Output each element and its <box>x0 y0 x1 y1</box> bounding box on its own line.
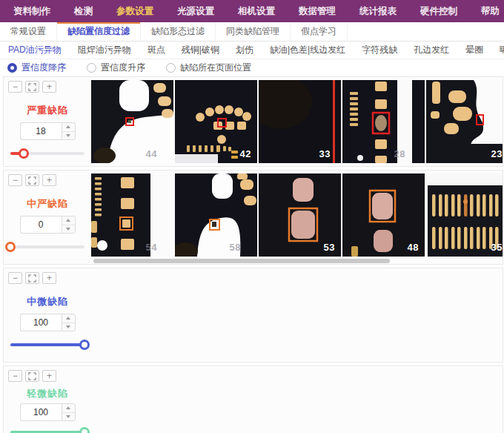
menu-item-data[interactable]: 数据管理 <box>287 5 348 18</box>
slider-handle[interactable] <box>79 340 90 350</box>
defect-thumbnail[interactable]: 33 <box>259 80 341 163</box>
stepper-up-icon[interactable] <box>62 123 75 131</box>
zoom-in-button[interactable]: + <box>42 174 56 186</box>
defect-thumbnail[interactable]: 53 <box>259 173 341 257</box>
expand-button[interactable] <box>25 174 39 186</box>
category-copper[interactable]: 残铜|破铜 <box>173 44 228 56</box>
severity-label-medium-minor: 中微缺陷 <box>4 295 91 308</box>
expand-button[interactable] <box>25 370 39 382</box>
defect-thumbnail[interactable]: 42 <box>175 80 257 163</box>
threshold-input-minor[interactable] <box>20 403 62 421</box>
stepper-down-icon[interactable] <box>62 131 75 140</box>
threshold-input-severe[interactable] <box>20 122 62 140</box>
thumbnail-score: 48 <box>408 242 419 253</box>
thumbnail-score: 58 <box>230 242 241 253</box>
threshold-stepper[interactable] <box>62 216 76 234</box>
menu-item-camera[interactable]: 相机设置 <box>226 5 287 18</box>
stepper-down-icon[interactable] <box>62 323 75 331</box>
category-hole-red[interactable]: 孔边发红 <box>405 44 457 56</box>
category-spot[interactable]: 斑点 <box>139 44 173 56</box>
zoom-in-button[interactable]: + <box>42 272 56 284</box>
threshold-stepper[interactable] <box>62 403 76 421</box>
panel-toolbar: − + <box>8 272 91 284</box>
defect-thumbnail[interactable]: 48 <box>342 173 425 257</box>
sort-option-label: 置信度降序 <box>21 62 66 74</box>
thumbnail-score: 44 <box>146 148 157 159</box>
category-oil-color[interactable]: 缺油|色差|线边发红 <box>262 44 354 56</box>
menu-item-light[interactable]: 光源设置 <box>165 5 226 18</box>
thumbnail-strip-medium-minor <box>91 271 503 354</box>
category-exposure[interactable]: 曝光不良 <box>491 44 504 56</box>
slider-handle[interactable] <box>5 242 16 252</box>
category-mask-oil[interactable]: 阻焊油污异物 <box>70 44 139 56</box>
severity-section-minor: − + 轻微缺陷 <box>3 366 503 433</box>
zoom-in-button[interactable]: + <box>42 370 56 382</box>
menu-item-inspect[interactable]: 检测 <box>62 5 105 18</box>
scrollbar-thumb[interactable] <box>93 259 390 263</box>
expand-button[interactable] <box>25 272 39 284</box>
threshold-input-medium-severe[interactable] <box>20 216 62 234</box>
category-pad-oil[interactable]: PAD油污异物 <box>0 44 70 56</box>
sort-confidence-asc[interactable]: 置信度升序 <box>87 62 145 74</box>
horizontal-scrollbar[interactable] <box>91 259 503 263</box>
menu-item-material[interactable]: 资料制作 <box>1 5 62 18</box>
menu-item-hardware[interactable]: 硬件控制 <box>408 5 469 18</box>
zoom-out-button[interactable]: − <box>8 81 22 93</box>
threshold-slider-medium-minor[interactable] <box>10 340 84 350</box>
threshold-slider-severe[interactable] <box>10 148 84 159</box>
severity-panel: − + 严重缺陷 <box>4 77 91 166</box>
fullscreen-corners-icon <box>28 176 36 185</box>
thumbnail-strip-severe: 44 42 33 <box>91 80 503 163</box>
panel-toolbar: − + <box>8 174 91 186</box>
tab-same-defect-manage[interactable]: 同类缺陷管理 <box>216 22 291 41</box>
defect-thumbnail[interactable]: 35 <box>426 173 503 257</box>
slider-handle[interactable] <box>19 148 29 159</box>
thumbnail-strip-minor <box>91 369 503 433</box>
threshold-stepper[interactable] <box>62 122 76 140</box>
stepper-down-icon[interactable] <box>62 412 75 421</box>
defect-thumbnail[interactable]: 44 <box>91 80 173 163</box>
stepper-up-icon[interactable] <box>62 404 75 412</box>
tab-false-point-learning[interactable]: 假点学习 <box>291 22 348 41</box>
stepper-down-icon[interactable] <box>62 225 75 234</box>
sort-page-position[interactable]: 缺陷所在页面位置 <box>166 62 251 74</box>
tab-shape-filter[interactable]: 缺陷形态过滤 <box>141 22 216 41</box>
menu-item-parameters[interactable]: 参数设置 <box>105 5 165 18</box>
sort-confidence-desc[interactable]: 置信度降序 <box>7 62 66 74</box>
threshold-input-medium-minor[interactable] <box>20 314 62 331</box>
severity-label-severe: 严重缺陷 <box>4 104 91 117</box>
panel-toolbar: − + <box>8 81 91 93</box>
zoom-out-button[interactable]: − <box>8 174 22 186</box>
category-char-missing[interactable]: 字符残缺 <box>354 44 405 56</box>
pcb-image <box>91 80 173 163</box>
threshold-slider-medium-severe[interactable] <box>10 242 84 252</box>
zoom-in-button[interactable]: + <box>42 81 56 93</box>
slider-track <box>10 343 84 346</box>
severity-panel: − + 轻微缺陷 <box>4 366 91 433</box>
zoom-out-button[interactable]: − <box>8 272 22 284</box>
defect-thumbnail[interactable]: 23 <box>426 80 503 163</box>
defect-thumbnail[interactable]: 58 <box>175 173 257 257</box>
defect-thumbnail[interactable]: 28 <box>342 80 425 163</box>
fullscreen-corners-icon <box>28 83 36 91</box>
slider-handle[interactable] <box>79 427 90 433</box>
threshold-stepper[interactable] <box>62 314 76 331</box>
expand-button[interactable] <box>25 81 39 93</box>
severity-panel: − + 中严缺陷 <box>4 171 91 264</box>
menu-item-help[interactable]: 帮助 <box>469 5 504 18</box>
pcb-image <box>342 80 425 163</box>
sort-option-label: 置信度升序 <box>101 62 145 74</box>
stepper-up-icon[interactable] <box>62 216 75 225</box>
thumbnail-score: 23 <box>491 148 503 159</box>
menu-item-report[interactable]: 统计报表 <box>348 5 408 18</box>
severity-section-severe: − + 严重缺陷 44 <box>3 76 503 167</box>
tab-general-settings[interactable]: 常规设置 <box>0 22 57 41</box>
settings-tabbar: 常规设置 缺陷置信度过滤 缺陷形态过滤 同类缺陷管理 假点学习 <box>0 22 504 42</box>
tab-confidence-filter[interactable]: 缺陷置信度过滤 <box>57 22 141 41</box>
threshold-slider-minor[interactable] <box>10 427 84 433</box>
stepper-up-icon[interactable] <box>62 314 75 323</box>
zoom-out-button[interactable]: − <box>8 370 22 382</box>
defect-thumbnail[interactable]: 54 <box>91 173 173 257</box>
category-halo[interactable]: 晕圈 <box>457 44 491 56</box>
category-scratch[interactable]: 划伤 <box>228 44 262 56</box>
